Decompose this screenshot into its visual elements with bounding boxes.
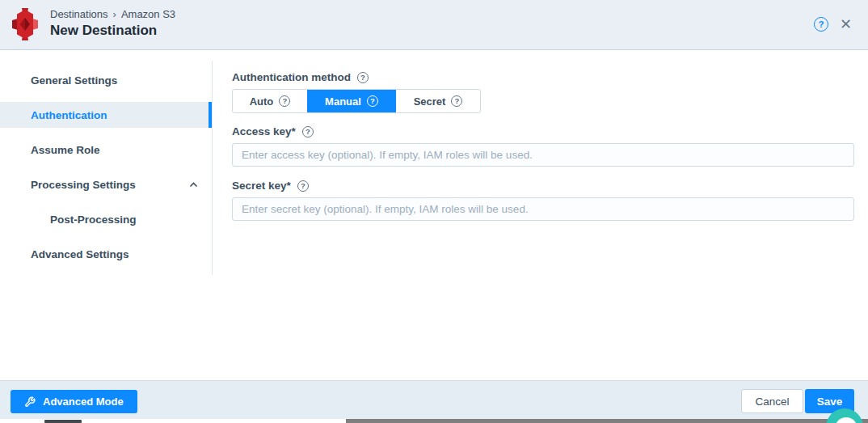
advanced-mode-label: Advanced Mode (43, 396, 124, 408)
secret-key-label-text: Secret key* (232, 180, 291, 192)
breadcrumb-amazon-s3: Amazon S3 (121, 8, 175, 20)
sidebar-item-post-processing[interactable]: Post-Processing (0, 206, 212, 232)
help-icon[interactable]: ? (814, 17, 828, 32)
sidebar-item-label: Advanced Settings (31, 248, 129, 260)
auth-method-label-text: Authentication method (232, 71, 351, 83)
form-content: Authentication method ? Auto ? Manual ? … (232, 50, 854, 221)
breadcrumb-destinations[interactable]: Destinations (50, 8, 108, 20)
sidebar-item-label: General Settings (31, 74, 117, 87)
auth-option-auto[interactable]: Auto ? (233, 90, 307, 112)
page-title: New Destination (50, 23, 157, 39)
sidebar-item-advanced-settings[interactable]: Advanced Settings (0, 241, 212, 267)
help-icon[interactable]: ? (297, 180, 309, 192)
help-icon[interactable]: ? (302, 126, 314, 137)
background-page-fragment (44, 420, 82, 423)
access-key-field[interactable] (232, 143, 854, 167)
settings-sidebar: General Settings Authentication Assume R… (0, 50, 212, 380)
sidebar-item-label: Post-Processing (50, 214, 137, 226)
breadcrumb: Destinations › Amazon S3 (50, 8, 175, 20)
secret-key-label: Secret key* ? (232, 180, 854, 192)
auth-option-manual[interactable]: Manual ? (307, 90, 396, 112)
sidebar-item-authentication[interactable]: Authentication (0, 102, 212, 128)
sidebar-divider (212, 61, 213, 275)
auth-method-label: Authentication method ? (232, 71, 854, 83)
help-icon[interactable]: ? (451, 95, 462, 107)
advanced-mode-button[interactable]: Advanced Mode (11, 390, 137, 413)
help-icon[interactable]: ? (357, 72, 369, 83)
auth-option-label: Secret (414, 95, 446, 108)
auth-option-secret[interactable]: Secret ? (396, 90, 480, 112)
modal-footer: Advanced Mode Cancel Save (0, 380, 868, 419)
help-icon[interactable]: ? (367, 95, 378, 107)
breadcrumb-separator: › (113, 8, 116, 20)
chevron-up-icon (189, 182, 198, 188)
auth-option-label: Manual (325, 95, 361, 108)
amazon-s3-logo (11, 8, 39, 40)
cancel-button[interactable]: Cancel (741, 389, 803, 413)
sidebar-item-assume-role[interactable]: Assume Role (0, 137, 212, 163)
sidebar-item-processing-settings[interactable]: Processing Settings (0, 171, 212, 197)
close-icon[interactable]: ✕ (840, 15, 852, 33)
access-key-label: Access key* ? (232, 125, 854, 137)
sidebar-item-label: Assume Role (31, 144, 100, 156)
auth-method-toggle: Auto ? Manual ? Secret ? (232, 89, 481, 113)
modal-header: Destinations › Amazon S3 New Destination… (0, 0, 868, 50)
wrench-icon (24, 396, 36, 408)
bottom-edge-strip (346, 419, 868, 423)
new-destination-modal: Destinations › Amazon S3 New Destination… (0, 0, 868, 423)
access-key-label-text: Access key* (232, 125, 296, 137)
auth-option-label: Auto (250, 95, 274, 108)
sidebar-item-general-settings[interactable]: General Settings (0, 67, 212, 93)
sidebar-item-label: Authentication (31, 109, 107, 121)
secret-key-field[interactable] (232, 197, 854, 221)
help-icon[interactable]: ? (279, 95, 290, 107)
sidebar-item-label: Processing Settings (31, 179, 136, 191)
